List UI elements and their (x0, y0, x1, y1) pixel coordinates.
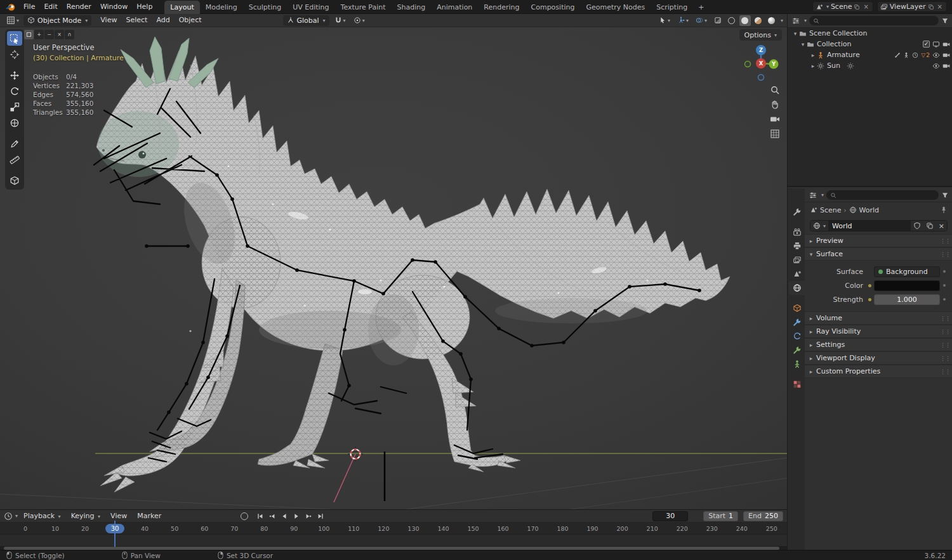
panel-header-preview[interactable]: ▸ Preview ⋮⋮ (805, 234, 952, 247)
shading-solid-button[interactable] (739, 15, 751, 26)
jump-to-start-button[interactable] (255, 511, 265, 521)
pan-hand-icon[interactable] (770, 100, 780, 110)
viewport-menu-view[interactable]: View (96, 14, 121, 27)
breadcrumb-world[interactable]: World (859, 206, 880, 214)
overlays-toggle[interactable]: ▾ (693, 15, 710, 26)
tool-measure[interactable] (7, 152, 22, 167)
expand-icon[interactable]: ▾ (791, 30, 799, 37)
workspace-tab-texture-paint[interactable]: Texture Paint (335, 1, 392, 14)
viewport-3d[interactable]: ▾ Object Mode ▾ View Select Add Object G… (0, 14, 787, 509)
timeline-menu-playback[interactable]: Playback ▾ (19, 509, 65, 523)
options-dropdown[interactable]: Options ▾ (739, 29, 782, 41)
tool-move[interactable] (7, 68, 22, 82)
browse-world-button[interactable]: ▾ (810, 221, 828, 231)
next-keyframe-button[interactable] (303, 511, 314, 521)
world-color-swatch[interactable] (874, 280, 940, 291)
snap-toggle[interactable]: ▾ (332, 15, 348, 26)
breadcrumb-scene[interactable]: Scene (820, 206, 842, 214)
pin-icon[interactable] (940, 206, 948, 214)
panel-header-surface[interactable]: ▾ Surface ⋮⋮ (805, 247, 952, 261)
new-world-button[interactable] (923, 221, 936, 231)
timeline-editor-icon[interactable] (4, 512, 13, 521)
workspace-tab-shading[interactable]: Shading (392, 1, 432, 14)
transform-orientation-dropdown[interactable]: Global ▾ (283, 15, 329, 26)
play-button[interactable] (291, 511, 301, 521)
zoom-icon[interactable] (770, 85, 780, 95)
menu-edit[interactable]: Edit (39, 0, 62, 13)
menu-window[interactable]: Window (96, 0, 132, 13)
expand-icon[interactable]: ▸ (809, 63, 817, 69)
decorator-dot[interactable] (943, 284, 946, 287)
shading-dropdown-icon[interactable]: ▾ (781, 18, 783, 23)
select-mode-intersect[interactable]: ∩ (65, 30, 74, 39)
xray-toggle[interactable] (711, 15, 724, 26)
outliner-row-collection[interactable]: ▾ Collection ✓ (788, 39, 952, 49)
mode-dropdown[interactable]: Object Mode ▾ (23, 15, 91, 26)
workspace-tab-modeling[interactable]: Modeling (200, 1, 243, 14)
current-frame-field[interactable]: 30 (652, 511, 688, 521)
workspace-tab-sculpting[interactable]: Sculpting (243, 1, 287, 14)
menu-help[interactable]: Help (132, 0, 157, 13)
outliner-row-scene-collection[interactable]: ▾ Scene Collection (788, 28, 952, 39)
frame-end-field[interactable]: End250 (743, 511, 783, 521)
properties-tab-data[interactable] (789, 357, 805, 371)
select-mode-subtract[interactable]: − (44, 30, 54, 39)
navigation-gizmo[interactable]: Z Y X (741, 43, 781, 84)
properties-tab-world[interactable] (789, 281, 805, 295)
unlink-scene-icon[interactable]: × (862, 3, 869, 10)
collection-checkbox[interactable]: ✓ (923, 41, 930, 48)
panel-header[interactable]: ▸ Volume ⋮⋮ (805, 311, 952, 325)
workspace-tab-scripting[interactable]: Scripting (651, 1, 693, 14)
keyframe-dot[interactable] (868, 284, 871, 287)
panel-header[interactable]: ▸ Ray Visibility ⋮⋮ (805, 325, 952, 338)
proportional-editing-toggle[interactable]: ▾ (351, 15, 367, 26)
select-mode-extend[interactable]: + (34, 30, 44, 39)
strength-number-field[interactable]: 1.000 (874, 294, 940, 305)
ortho-toggle-icon[interactable] (770, 129, 780, 139)
properties-tab-object[interactable] (789, 301, 805, 315)
outliner-search-input[interactable] (809, 16, 939, 25)
surface-shader-dropdown[interactable]: Background (874, 266, 940, 277)
workspace-tab-geometry-nodes[interactable]: Geometry Nodes (580, 1, 651, 14)
new-scene-icon[interactable] (854, 4, 860, 10)
properties-tab-texture[interactable] (789, 377, 805, 391)
new-viewlayer-icon[interactable] (928, 4, 934, 10)
select-mode-invert[interactable]: × (55, 30, 64, 39)
workspace-tab-uv-editing[interactable]: UV Editing (287, 1, 334, 14)
properties-tab-output[interactable] (789, 239, 805, 253)
outliner-filter-icon[interactable] (941, 17, 949, 25)
timeline-tracks[interactable] (0, 535, 787, 546)
add-workspace-button[interactable]: + (693, 1, 709, 14)
shading-material-button[interactable] (753, 15, 764, 26)
viewport-menu-object[interactable]: Object (175, 14, 206, 27)
outliner-row-armature[interactable]: ▸ Armature ▽2 (788, 49, 952, 60)
workspace-tab-rendering[interactable]: Rendering (478, 1, 525, 14)
editor-type-button[interactable]: ▾ (4, 15, 22, 26)
tool-scale[interactable] (7, 100, 22, 114)
timeline-ruler[interactable]: 0102030405060708090100110120130140150160… (0, 523, 787, 535)
panel-header[interactable]: ▸ Viewport Display ⋮⋮ (805, 351, 952, 365)
previous-keyframe-button[interactable] (267, 511, 277, 521)
hide-eye-icon[interactable] (932, 62, 940, 70)
decorator-dot[interactable] (943, 298, 946, 301)
expand-icon[interactable]: ▸ (809, 52, 817, 58)
world-name-field[interactable]: World (828, 221, 911, 231)
viewport-menu-select[interactable]: Select (121, 14, 152, 27)
hide-eye-icon[interactable] (932, 51, 940, 59)
tool-cursor[interactable] (7, 47, 22, 62)
panel-header[interactable]: ▸ Settings ⋮⋮ (805, 338, 952, 351)
workspace-tab-animation[interactable]: Animation (431, 1, 478, 14)
gizmos-toggle[interactable]: ▾ (675, 15, 691, 26)
properties-filter-icon[interactable] (941, 192, 949, 199)
properties-editor-icon[interactable] (809, 191, 817, 200)
frame-start-field[interactable]: Start1 (703, 511, 738, 521)
workspace-tab-compositing[interactable]: Compositing (526, 1, 581, 14)
playhead[interactable]: 30 (105, 524, 124, 533)
tool-select-box[interactable] (7, 31, 22, 46)
keyframe-dot[interactable] (868, 298, 871, 301)
properties-tab-viewlayer[interactable] (789, 253, 805, 267)
timeline-menu-keying[interactable]: Keying ▾ (67, 509, 105, 523)
tool-add-cube[interactable] (7, 173, 22, 188)
hide-viewport-icon[interactable] (932, 41, 940, 48)
viewport-menu-add[interactable]: Add (152, 14, 174, 27)
